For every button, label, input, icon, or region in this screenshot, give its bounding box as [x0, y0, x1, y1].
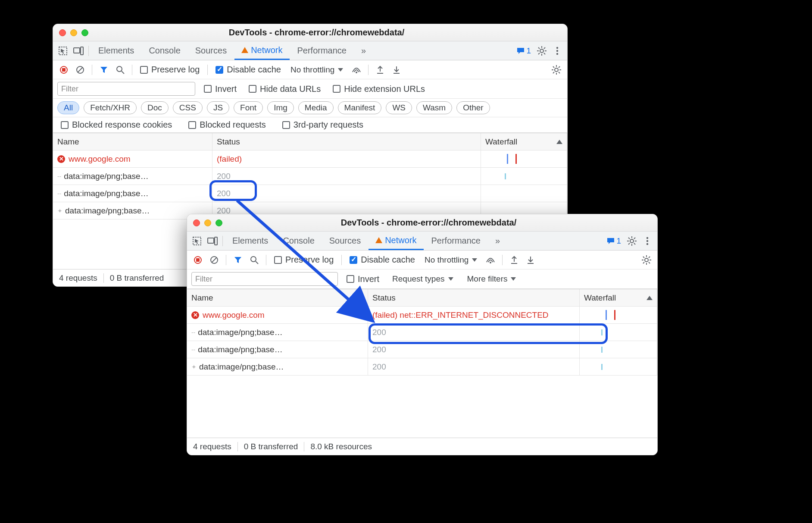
network-settings-icon[interactable] [549, 63, 564, 77]
pill-font[interactable]: Font [234, 101, 263, 114]
upload-har-icon[interactable] [373, 63, 387, 77]
tab-console[interactable]: Console [276, 232, 321, 250]
pill-img[interactable]: Img [267, 101, 294, 114]
preserve-log-checkbox[interactable]: Preserve log [137, 65, 203, 75]
close-icon[interactable] [193, 219, 200, 226]
tab-performance[interactable]: Performance [290, 41, 354, 60]
kebab-icon[interactable] [550, 44, 565, 58]
third-party-checkbox[interactable]: 3rd-party requests [279, 120, 367, 130]
download-har-icon[interactable] [523, 253, 538, 267]
invert-checkbox[interactable]: Invert [343, 274, 383, 284]
col-name[interactable]: Name [53, 133, 212, 150]
preserve-log-checkbox[interactable]: Preserve log [271, 255, 337, 265]
kebab-icon[interactable] [640, 234, 655, 248]
throttling-select[interactable]: No throttling [286, 65, 347, 75]
titlebar[interactable]: DevTools - chrome-error://chromewebdata/ [53, 24, 567, 41]
pill-css[interactable]: CSS [173, 101, 203, 114]
cell-status[interactable]: 200 [212, 168, 481, 185]
device-icon[interactable] [205, 234, 220, 248]
upload-har-icon[interactable] [507, 253, 522, 267]
search-icon[interactable] [247, 253, 262, 267]
pill-manifest[interactable]: Manifest [338, 101, 382, 114]
pill-all[interactable]: All [57, 101, 79, 114]
pill-wasm[interactable]: Wasm [416, 101, 452, 114]
close-icon[interactable] [59, 29, 66, 36]
cell-status[interactable]: 200 [368, 341, 580, 358]
tab-more[interactable]: » [488, 232, 507, 250]
table-row[interactable]: - - data:image/png;base… [53, 168, 212, 185]
minimize-icon[interactable] [70, 29, 77, 36]
invert-checkbox[interactable]: Invert [200, 84, 240, 94]
cell-waterfall[interactable] [481, 150, 567, 168]
download-har-icon[interactable] [389, 63, 404, 77]
tab-performance[interactable]: Performance [425, 232, 488, 250]
col-name[interactable]: Name [187, 289, 368, 307]
tab-console[interactable]: Console [142, 41, 187, 60]
disable-cache-checkbox[interactable]: Disable cache [212, 65, 284, 75]
table-row[interactable]: - - data:image/png;base… [187, 341, 368, 358]
pill-ws[interactable]: WS [386, 101, 412, 114]
table-row[interactable]: ✕ www.google.com [53, 150, 212, 168]
inspect-icon[interactable] [190, 234, 204, 248]
settings-icon[interactable] [625, 234, 639, 248]
col-status[interactable]: Status [212, 133, 481, 150]
settings-icon[interactable] [534, 44, 549, 58]
tab-more[interactable]: » [354, 41, 373, 60]
filter-icon[interactable] [231, 253, 245, 267]
cell-waterfall[interactable] [580, 324, 657, 341]
table-row[interactable]: ✦ data:image/png;base… [187, 358, 368, 376]
table-row[interactable]: ✕ www.google.com [187, 307, 368, 324]
cell-waterfall[interactable] [481, 168, 567, 185]
tab-sources[interactable]: Sources [322, 232, 368, 250]
pill-fetch-xhr[interactable]: Fetch/XHR [84, 101, 137, 114]
more-filters-select[interactable]: More filters [463, 274, 521, 284]
clear-icon[interactable] [207, 253, 222, 267]
maximize-icon[interactable] [215, 219, 222, 226]
col-waterfall[interactable]: Waterfall [580, 289, 657, 307]
filter-input[interactable] [57, 82, 195, 96]
maximize-icon[interactable] [81, 29, 88, 36]
cell-waterfall[interactable] [481, 185, 567, 202]
filter-input[interactable] [191, 272, 338, 286]
cell-waterfall[interactable] [580, 358, 657, 376]
cell-status[interactable]: (failed) net::ERR_INTERNET_DISCONNECTED [368, 307, 580, 324]
issues-badge[interactable]: 1 [514, 46, 534, 56]
tab-elements[interactable]: Elements [91, 41, 141, 60]
table-row[interactable]: - - data:image/png;base… [187, 324, 368, 341]
pill-js[interactable]: JS [207, 101, 229, 114]
pill-media[interactable]: Media [298, 101, 334, 114]
cell-status[interactable]: (failed) [212, 150, 481, 168]
device-icon[interactable] [71, 44, 86, 58]
filter-icon[interactable] [97, 63, 111, 77]
titlebar[interactable]: DevTools - chrome-error://chromewebdata/ [187, 214, 657, 232]
throttling-select[interactable]: No throttling [420, 255, 481, 265]
cell-status[interactable]: 200 [368, 358, 580, 376]
table-row[interactable]: - - data:image/png;base… [53, 185, 212, 202]
cell-waterfall[interactable] [580, 307, 657, 324]
network-settings-icon[interactable] [639, 253, 654, 267]
tab-network[interactable]: Network [234, 41, 289, 60]
hide-extension-urls-checkbox[interactable]: Hide extension URLs [329, 84, 428, 94]
tab-network[interactable]: Network [369, 232, 423, 250]
cell-status[interactable]: 200 [368, 324, 580, 341]
clear-icon[interactable] [73, 63, 87, 77]
search-icon[interactable] [113, 63, 128, 77]
cell-waterfall[interactable] [580, 341, 657, 358]
record-icon[interactable] [191, 253, 205, 267]
pill-doc[interactable]: Doc [141, 101, 169, 114]
network-conditions-icon[interactable] [483, 253, 498, 267]
tab-elements[interactable]: Elements [225, 232, 275, 250]
col-waterfall[interactable]: Waterfall [481, 133, 567, 150]
blocked-requests-checkbox[interactable]: Blocked requests [185, 120, 269, 130]
tab-sources[interactable]: Sources [188, 41, 234, 60]
pill-other[interactable]: Other [456, 101, 490, 114]
record-icon[interactable] [56, 63, 71, 77]
request-types-select[interactable]: Request types [388, 274, 457, 284]
disable-cache-checkbox[interactable]: Disable cache [346, 255, 418, 265]
col-status[interactable]: Status [368, 289, 580, 307]
issues-badge[interactable]: 1 [604, 236, 624, 246]
blocked-cookies-checkbox[interactable]: Blocked response cookies [57, 120, 175, 130]
hide-data-urls-checkbox[interactable]: Hide data URLs [245, 84, 324, 94]
inspect-icon[interactable] [56, 44, 70, 58]
minimize-icon[interactable] [204, 219, 211, 226]
